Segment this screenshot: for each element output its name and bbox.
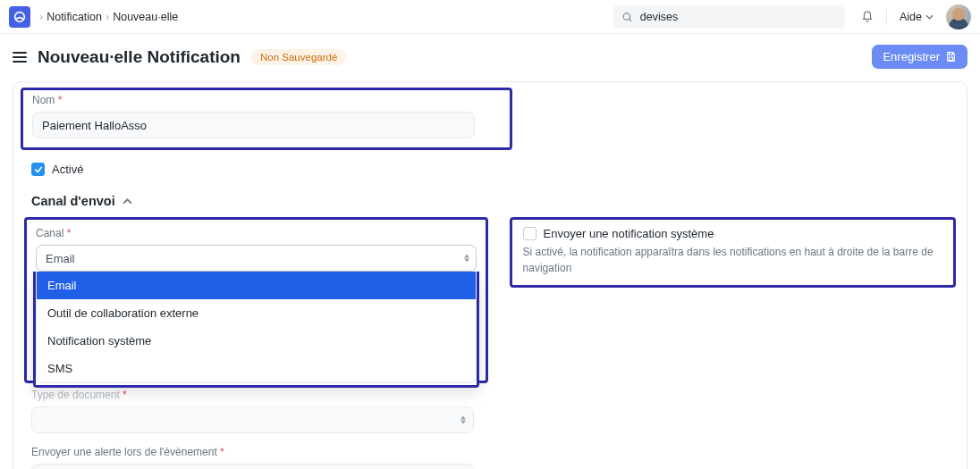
channel-select[interactable]: Email — [36, 245, 477, 272]
logo-icon — [13, 10, 27, 24]
help-label: Aide — [900, 11, 922, 23]
divider — [886, 9, 887, 25]
svg-rect-4 — [949, 57, 952, 60]
channel-section-body: Canal Email Email Outil de collaboration… — [13, 217, 967, 383]
topbar-right: Aide — [861, 4, 971, 29]
breadcrumb-item-new[interactable]: Nouveau·elle — [113, 11, 178, 23]
save-button-label: Enregistrer — [883, 50, 940, 63]
channel-option-collab[interactable]: Outil de collaboration externe — [37, 299, 476, 327]
breadcrumb-item-notification[interactable]: Notification — [46, 11, 102, 23]
channel-select-wrap: Email Email Outil de collaboration exter… — [36, 245, 477, 272]
lower-fields: Type de document Envoyer une alerte lors… — [13, 383, 967, 469]
enabled-row: Activé — [13, 159, 967, 188]
doctype-select[interactable] — [31, 406, 474, 433]
svg-point-1 — [623, 13, 629, 19]
chevron-up-icon — [122, 198, 132, 205]
svg-line-2 — [629, 19, 631, 21]
event-label: Envoyer une alerte lors de l'évènement — [31, 446, 949, 458]
name-label: Nom — [32, 94, 501, 106]
breadcrumb: › Notification › Nouveau·elle — [39, 11, 612, 23]
channel-option-email[interactable]: Email — [37, 272, 476, 299]
highlight-channel-field: Canal Email Email Outil de collaboration… — [24, 217, 488, 383]
channel-section-header[interactable]: Canal d'envoi — [13, 188, 967, 217]
page-header: Nouveau·elle Notification Non Sauvegardé… — [0, 34, 980, 78]
channel-section-title: Canal d'envoi — [31, 194, 115, 208]
check-icon — [34, 165, 43, 174]
search-box[interactable] — [612, 5, 845, 29]
enabled-label: Activé — [52, 163, 83, 176]
sysnotif-description: Si activé, la notification apparaîtra da… — [523, 244, 942, 276]
highlight-sysnotif: Envoyer une notification système Si acti… — [510, 217, 956, 288]
name-input[interactable] — [32, 112, 475, 138]
bell-icon[interactable] — [861, 11, 874, 23]
page-title: Nouveau·elle Notification — [38, 47, 241, 67]
channel-select-value: Email — [46, 252, 75, 265]
app-logo[interactable] — [9, 6, 30, 28]
sysnotif-checkbox[interactable] — [523, 227, 536, 240]
status-badge: Non Sauvegardé — [251, 49, 346, 65]
search-icon — [621, 11, 633, 23]
select-updown-icon — [460, 416, 466, 424]
form-card: Nom Activé Canal d'envoi Canal Email — [13, 81, 967, 469]
channel-option-sms[interactable]: SMS — [37, 355, 476, 382]
help-menu[interactable]: Aide — [900, 11, 934, 23]
highlight-name-field: Nom — [21, 88, 512, 150]
menu-icon[interactable] — [13, 52, 27, 63]
enabled-checkbox[interactable] — [31, 163, 45, 176]
search-input[interactable] — [640, 11, 836, 23]
channel-option-system[interactable]: Notification système — [37, 327, 476, 355]
chevron-down-icon — [925, 14, 934, 20]
doctype-field: Type de document — [31, 389, 949, 433]
svg-rect-3 — [949, 53, 952, 55]
sysnotif-label: Envoyer une notification système — [544, 227, 714, 240]
select-updown-icon — [464, 255, 469, 263]
top-bar: › Notification › Nouveau·elle Aide — [0, 0, 980, 34]
breadcrumb-sep: › — [39, 11, 43, 23]
save-button[interactable]: Enregistrer — [872, 45, 967, 69]
event-select[interactable] — [31, 464, 474, 469]
channel-label: Canal — [36, 227, 477, 239]
save-icon — [945, 51, 957, 63]
event-field: Envoyer une alerte lors de l'évènement — [31, 446, 949, 469]
channel-column: Canal Email Email Outil de collaboration… — [24, 217, 488, 383]
channel-dropdown: Email Outil de collaboration externe Not… — [33, 272, 479, 388]
doctype-label: Type de document — [31, 389, 949, 401]
breadcrumb-sep: › — [106, 11, 109, 23]
avatar[interactable] — [946, 4, 971, 29]
